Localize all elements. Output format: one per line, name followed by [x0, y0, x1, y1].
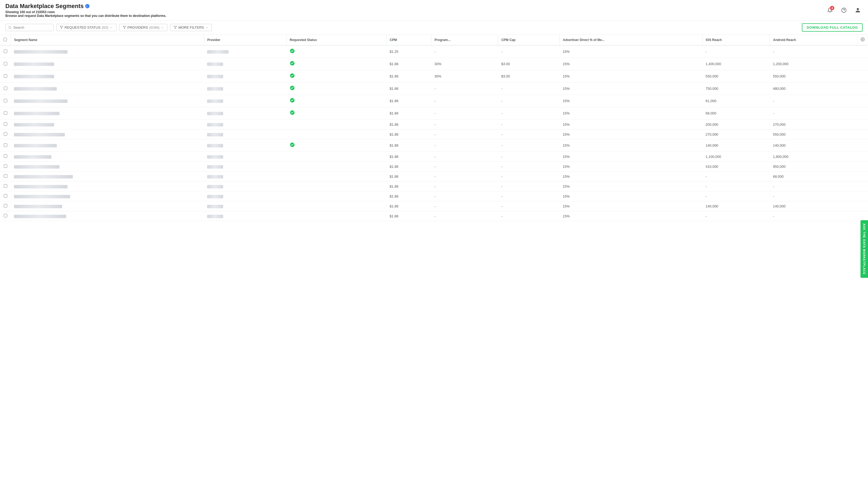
row-settings-cell — [857, 139, 868, 152]
row-settings-cell — [857, 211, 868, 221]
row-checkbox[interactable] — [4, 143, 7, 147]
row-checkbox[interactable] — [4, 194, 7, 198]
cpm-cell: $1.88 — [386, 70, 431, 82]
col-android-reach: Android Reach — [770, 35, 857, 45]
cpm-cap-cell: $3.00 — [498, 70, 560, 82]
row-checkbox[interactable] — [4, 62, 7, 65]
row-checkbox[interactable] — [4, 74, 7, 78]
page-title: Data Marketplace Segments — [5, 3, 83, 10]
help-button[interactable] — [839, 5, 849, 15]
provider-blurred — [207, 215, 223, 218]
program-cell: - — [431, 201, 498, 211]
status-cell — [286, 172, 387, 182]
cpm-cap-cell: - — [498, 45, 560, 58]
notifications-button[interactable]: 4 — [825, 5, 835, 15]
provider-cell — [204, 58, 286, 70]
row-checkbox[interactable] — [4, 99, 7, 102]
row-checkbox[interactable] — [4, 154, 7, 158]
row-checkbox-cell[interactable] — [0, 70, 11, 82]
search-box[interactable] — [5, 24, 54, 31]
android-reach-cell: 140,000 — [770, 139, 857, 152]
row-checkbox[interactable] — [4, 164, 7, 168]
row-checkbox[interactable] — [4, 174, 7, 178]
row-checkbox[interactable] — [4, 184, 7, 188]
top-bar: Data Marketplace Segments i Showing 100 … — [0, 0, 868, 21]
status-check-icon — [290, 143, 295, 148]
segment-name-cell — [11, 192, 204, 201]
row-checkbox[interactable] — [4, 214, 7, 218]
table-row: $1.88--15%410,000950,000 — [0, 162, 868, 172]
provider-cell — [204, 201, 286, 211]
android-reach-cell: 270,000 — [770, 120, 857, 129]
segment-name-cell — [11, 201, 204, 211]
col-provider: Provider — [204, 35, 286, 45]
status-check-icon — [290, 62, 295, 67]
row-checkbox[interactable] — [4, 87, 7, 90]
providers-filter[interactable]: PROVIDERS (0/284) — [119, 24, 168, 31]
row-checkbox-cell[interactable] — [0, 58, 11, 70]
row-checkbox-cell[interactable] — [0, 201, 11, 211]
row-checkbox-cell[interactable] — [0, 107, 11, 120]
requested-status-filter[interactable]: REQUESTED STATUS (0/2) — [56, 24, 117, 31]
android-reach-cell: - — [770, 45, 857, 58]
cpm-cap-cell: - — [498, 192, 560, 201]
provider-cell — [204, 152, 286, 162]
download-catalog-button[interactable]: DOWNLOAD FULL CATALOG — [802, 23, 863, 31]
more-filters-button[interactable]: MORE FILTERS — [170, 24, 212, 31]
providers-count: (0/284) — [149, 26, 159, 29]
table-row: $1.88--15%-- — [0, 211, 868, 221]
row-checkbox-cell[interactable] — [0, 95, 11, 107]
row-checkbox-cell[interactable] — [0, 152, 11, 162]
provider-blurred — [207, 63, 223, 66]
row-checkbox[interactable] — [4, 50, 7, 53]
row-checkbox-cell[interactable] — [0, 192, 11, 201]
select-all-header[interactable] — [0, 35, 11, 45]
row-checkbox-cell[interactable] — [0, 45, 11, 58]
segment-name-blurred — [14, 63, 54, 66]
segment-name-cell — [11, 162, 204, 172]
table-row: $1.88--15%200,000270,000 — [0, 120, 868, 129]
cpm-cap-cell: - — [498, 162, 560, 172]
col-settings[interactable] — [857, 35, 868, 45]
row-checkbox[interactable] — [4, 122, 7, 126]
program-cell: - — [431, 120, 498, 129]
row-checkbox-cell[interactable] — [0, 82, 11, 95]
segments-table: Segment Name Provider Requested Status C… — [0, 35, 868, 221]
status-cell — [286, 211, 387, 221]
row-checkbox[interactable] — [4, 111, 7, 115]
segment-name-cell — [11, 182, 204, 192]
cpm-cell: $1.88 — [386, 211, 431, 221]
row-checkbox-cell[interactable] — [0, 162, 11, 172]
adv-direct-cell: 15% — [560, 95, 703, 107]
segment-name-blurred — [14, 175, 73, 179]
row-checkbox-cell[interactable] — [0, 120, 11, 129]
status-cell — [286, 152, 387, 162]
row-checkbox-cell[interactable] — [0, 129, 11, 139]
filter-icon — [174, 26, 177, 29]
row-checkbox-cell[interactable] — [0, 139, 11, 152]
page-subtitle: Showing 100 out of 216553 rows Browse an… — [5, 10, 166, 18]
provider-blurred — [207, 165, 223, 169]
select-all-checkbox[interactable] — [3, 38, 7, 41]
row-checkbox-cell[interactable] — [0, 211, 11, 221]
row-checkbox-cell[interactable] — [0, 172, 11, 182]
table-row: $1.25--15%-- — [0, 45, 868, 58]
provider-cell — [204, 162, 286, 172]
status-cell — [286, 129, 387, 139]
user-avatar-button[interactable] — [853, 5, 863, 15]
cpm-cell: $1.88 — [386, 107, 431, 120]
settings-icon — [860, 37, 865, 41]
adv-direct-cell: 15% — [560, 120, 703, 129]
cpm-cell: $1.88 — [386, 182, 431, 192]
provider-cell — [204, 182, 286, 192]
cpm-cap-cell: - — [498, 107, 560, 120]
row-checkbox[interactable] — [4, 132, 7, 136]
row-checkbox[interactable] — [4, 204, 7, 208]
chevron-down-icon — [161, 26, 164, 29]
segment-name-blurred — [14, 195, 70, 198]
row-checkbox-cell[interactable] — [0, 182, 11, 192]
android-reach-cell: 1,200,000 — [770, 58, 857, 70]
ask-data-marketplace-button[interactable]: ASK THE DATA MARKETPLACE — [860, 220, 868, 221]
table-row: $1.88--15%-- — [0, 182, 868, 192]
search-input[interactable] — [13, 25, 51, 29]
